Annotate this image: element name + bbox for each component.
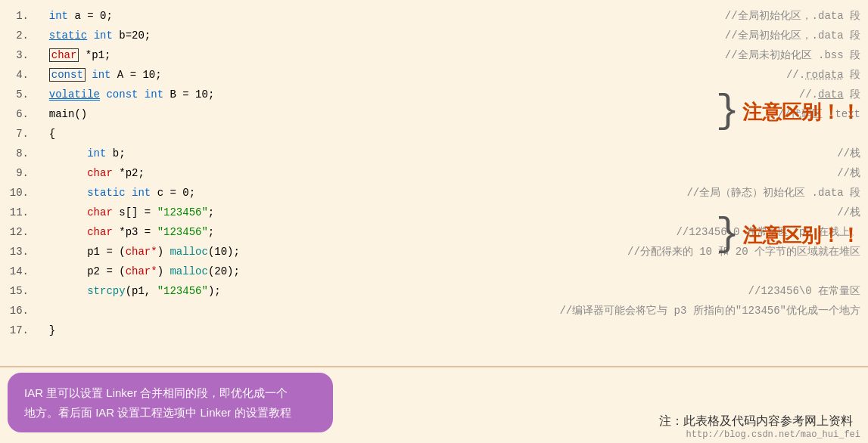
code-line-2: 2. static int b=20; //全局初始化区，.data 段 (8, 26, 860, 45)
line-num-4: 4. (8, 65, 29, 85)
brace-1-icon: } (716, 73, 739, 151)
code-line-15: 15. strcpy(p1, "123456"); //123456\0 在常量… (8, 281, 860, 301)
code-15: strcpy(p1, "123456"); (36, 281, 748, 301)
code-10: static int c = 0; (36, 183, 686, 203)
brace-block-1: } 注意区别！！ (716, 73, 860, 151)
code-9: char *p2; (36, 163, 837, 183)
line-num-1: 1. (8, 6, 29, 26)
line-num-6: 6. (8, 104, 29, 124)
code-area: 1. int a = 0; //全局初始化区，.data 段 2. static… (0, 0, 868, 346)
comment-2: //全局初始化区，.data 段 (725, 26, 860, 45)
line-num-10: 10. (8, 183, 29, 203)
line-num-5: 5. (8, 85, 29, 104)
code-1: int a = 0; (36, 6, 725, 26)
bottom-url: http://blog.csdn.net/mao_hui_fei (686, 429, 860, 440)
notice-1-text: 注意区别！！ (742, 99, 860, 125)
code-line-14: 14. p2 = (char*) malloc(20); (8, 262, 860, 281)
code-line-10: 10. static int c = 0; //全局（静态）初始化区 .data… (8, 183, 860, 203)
comment-10: //全局（静态）初始化区 .data 段 (686, 183, 860, 203)
code-16 (36, 301, 559, 321)
code-2: static int b=20; (36, 26, 725, 45)
line-num-16: 16. (8, 301, 29, 321)
note-text: 注：此表格及代码内容参考网上资料 (659, 414, 853, 427)
code-14: p2 = (char*) malloc(20); (36, 262, 860, 281)
line-num-8: 8. (8, 144, 29, 163)
code-line-16: 16. //编译器可能会将它与 p3 所指向的"123456"优化成一个地方 (8, 301, 860, 321)
bottom-note: 注：此表格及代码内容参考网上资料 (659, 414, 853, 429)
code-4: const int A = 10; (36, 65, 786, 85)
code-line-9: 9. char *p2; //栈 (8, 163, 860, 183)
code-6: main() (36, 104, 778, 124)
code-line-17: 17. } (8, 321, 860, 340)
code-5: volatile const int B = 10; (36, 85, 799, 104)
code-13: p1 = (char*) malloc(10); (36, 242, 627, 262)
line-num-17: 17. (8, 321, 29, 340)
code-17: } (36, 321, 860, 340)
line-num-13: 13. (8, 242, 29, 262)
line-num-14: 14. (8, 262, 29, 281)
code-line-1: 1. int a = 0; //全局初始化区，.data 段 (8, 6, 860, 26)
main-container: 1. int a = 0; //全局初始化区，.data 段 2. static… (0, 0, 868, 443)
bottom-info-box: IAR 里可以设置 Linker 合并相同的段，即优化成一个地方。看后面 IAR… (8, 373, 333, 432)
comment-15: //123456\0 在常量区 (748, 281, 860, 301)
url-text: http://blog.csdn.net/mao_hui_fei (686, 429, 860, 440)
bottom-info-text: IAR 里可以设置 Linker 合并相同的段，即优化成一个地方。看后面 IAR… (24, 386, 291, 419)
code-3: char *p1; (36, 45, 725, 65)
line-num-2: 2. (8, 26, 29, 45)
line-num-9: 9. (8, 163, 29, 183)
line-num-7: 7. (8, 124, 29, 144)
comment-1: //全局初始化区，.data 段 (725, 6, 860, 26)
comment-16: //编译器可能会将它与 p3 所指向的"123456"优化成一个地方 (559, 301, 860, 321)
notice-2-text: 注意区别！！ (742, 222, 860, 249)
line-num-15: 15. (8, 281, 29, 301)
line-num-3: 3. (8, 45, 29, 65)
comment-3: //全局未初始化区 .bss 段 (725, 45, 860, 65)
code-12: char *p3 = "123456"; (36, 222, 676, 242)
bottom-separator (0, 366, 868, 367)
brace-2-icon: } (716, 215, 739, 255)
code-line-3: 3. char *p1; //全局未初始化区 .bss 段 (8, 45, 860, 65)
brace-block-2: } 注意区别！！ (716, 215, 860, 255)
comment-9: //栈 (837, 163, 860, 183)
line-num-12: 12. (8, 222, 29, 242)
line-num-11: 11. (8, 203, 29, 222)
